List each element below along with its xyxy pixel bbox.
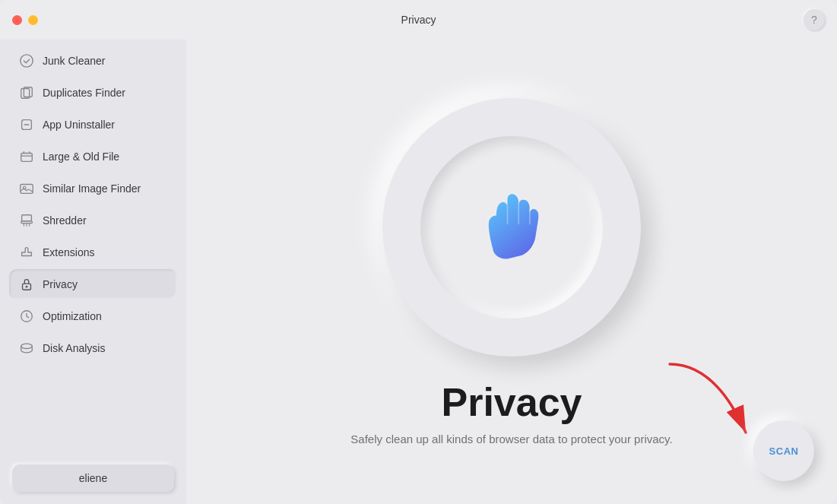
help-button[interactable]: ? <box>804 9 825 30</box>
sidebar-item-label: Shredder <box>43 214 87 227</box>
sidebar-item-app-uninstaller[interactable]: App Uninstaller <box>9 109 177 140</box>
main-content: Junk Cleaner Duplicates Finder <box>0 40 837 504</box>
svg-point-0 <box>21 55 33 67</box>
svg-point-12 <box>21 344 33 348</box>
sidebar: Junk Cleaner Duplicates Finder <box>0 40 186 504</box>
scan-button[interactable]: SCAN <box>753 420 814 481</box>
large-old-file-icon <box>18 148 35 165</box>
sidebar-item-label: Similar Image Finder <box>43 182 141 195</box>
sidebar-item-label: Optimization <box>43 310 102 322</box>
shredder-icon <box>18 212 35 229</box>
sidebar-item-label: App Uninstaller <box>43 119 115 131</box>
window-title: Privacy <box>401 14 436 26</box>
sidebar-item-label: Disk Analysis <box>43 342 105 354</box>
sidebar-item-label: Large & Old File <box>43 151 119 163</box>
optimization-icon <box>18 308 35 325</box>
privacy-hand-icon <box>470 185 553 269</box>
disk-analysis-icon <box>18 340 35 357</box>
sidebar-item-shredder[interactable]: Shredder <box>9 205 177 236</box>
sidebar-item-large-old-file[interactable]: Large & Old File <box>9 141 177 172</box>
app-uninstaller-icon <box>18 116 35 133</box>
close-button[interactable] <box>12 15 22 25</box>
hero-circle-container <box>382 98 641 357</box>
sidebar-item-optimization[interactable]: Optimization <box>9 301 177 331</box>
sidebar-item-label: Junk Cleaner <box>43 55 106 67</box>
sidebar-item-similar-image-finder[interactable]: Similar Image Finder <box>9 173 177 204</box>
svg-point-10 <box>26 286 28 288</box>
duplicates-finder-icon <box>18 84 35 101</box>
minimize-button[interactable] <box>28 15 38 25</box>
sidebar-footer: eliene <box>9 458 177 498</box>
sidebar-item-duplicates-finder[interactable]: Duplicates Finder <box>9 78 177 108</box>
privacy-icon <box>18 276 35 293</box>
similar-image-finder-icon <box>18 180 35 197</box>
user-button[interactable]: eliene <box>12 464 174 492</box>
sidebar-item-extensions[interactable]: Extensions <box>9 237 177 268</box>
page-subtitle: Safely clean up all kinds of browser dat… <box>350 433 672 445</box>
sidebar-item-disk-analysis[interactable]: Disk Analysis <box>9 333 177 363</box>
sidebar-item-label: Privacy <box>43 278 78 290</box>
inner-circle <box>420 136 603 319</box>
svg-rect-5 <box>21 185 33 194</box>
title-bar: Privacy ? <box>0 0 837 40</box>
extensions-icon <box>18 244 35 261</box>
junk-cleaner-icon <box>18 52 35 69</box>
svg-rect-7 <box>22 215 32 221</box>
traffic-lights <box>12 15 38 25</box>
scan-button-container: SCAN <box>753 420 814 481</box>
page-title: Privacy <box>441 379 582 425</box>
sidebar-item-privacy[interactable]: Privacy <box>9 269 177 300</box>
outer-circle <box>382 98 641 357</box>
sidebar-item-junk-cleaner[interactable]: Junk Cleaner <box>9 46 177 76</box>
svg-rect-4 <box>21 153 33 161</box>
sidebar-item-label: Duplicates Finder <box>43 87 125 99</box>
app-window: Privacy ? Junk Cleaner <box>0 0 837 504</box>
content-area: Privacy Safely clean up all kinds of bro… <box>186 40 837 504</box>
sidebar-item-label: Extensions <box>43 246 94 258</box>
